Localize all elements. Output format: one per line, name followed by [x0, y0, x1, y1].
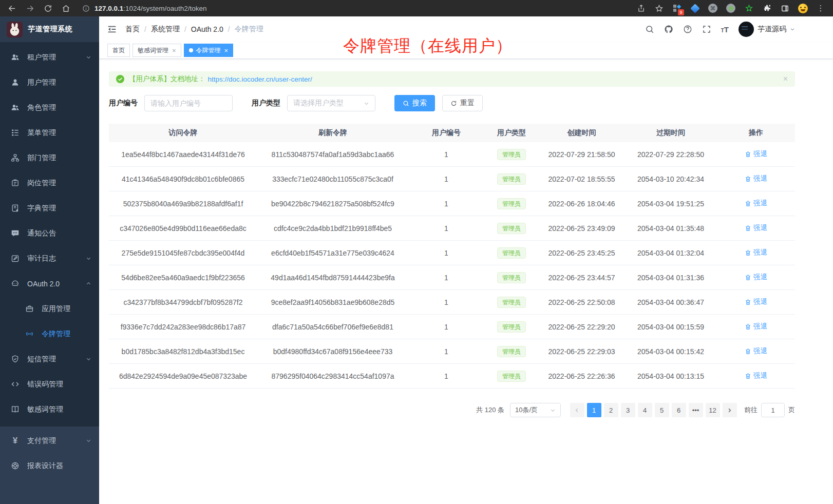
tab-首页[interactable]: 首页: [107, 44, 130, 57]
tab-敏感词管理[interactable]: 敏感词管理×: [132, 44, 181, 57]
alert-close-icon[interactable]: ×: [783, 75, 788, 83]
user-type-badge: 管理员: [497, 321, 526, 333]
force-logout-button[interactable]: 强退: [745, 199, 767, 208]
cell-create-time: 2022-07-29 21:58:50: [539, 150, 624, 159]
cell-create-time: 2022-06-25 23:45:25: [539, 249, 624, 257]
cell-refresh-token: cdfc4ce9c2da4bb1bdf21b9918ff4be5: [257, 224, 408, 232]
cell-user-type: 管理员: [484, 346, 539, 357]
font-size-icon[interactable]: TT: [721, 26, 729, 33]
fullscreen-icon[interactable]: [702, 25, 711, 34]
share-icon[interactable]: [636, 3, 646, 13]
force-logout-button[interactable]: 强退: [745, 149, 767, 159]
page-button[interactable]: 4: [638, 403, 652, 417]
cell-user-type: 管理员: [484, 247, 539, 259]
force-logout-button[interactable]: 强退: [745, 297, 767, 306]
browser-menu-icon[interactable]: ⋮: [816, 3, 826, 13]
page-button[interactable]: 6: [672, 403, 686, 417]
sidebar-item-label: 令牌管理: [42, 329, 70, 339]
chevron-down-icon: [364, 101, 369, 106]
force-logout-button[interactable]: 强退: [745, 322, 767, 331]
force-logout-label: 强退: [753, 223, 767, 232]
page-button[interactable]: 2: [604, 403, 618, 417]
buoy-icon: [11, 461, 20, 470]
sidebar-item-oauth2[interactable]: OAuth 2.0: [0, 271, 99, 296]
table-body: 1ea5e44f8bc1467aaede43144f31de76811c5304…: [109, 142, 795, 389]
sidebar-item-dict[interactable]: 字典管理: [0, 196, 99, 221]
extension-tabs-icon[interactable]: 9: [672, 3, 682, 13]
user-menu[interactable]: 芋道源码: [739, 22, 795, 37]
browser-forward-icon[interactable]: [23, 2, 36, 15]
sidebar-item-label: OAuth 2.0: [27, 280, 60, 288]
sidebar-item-oauth2-token[interactable]: 令牌管理: [0, 321, 99, 346]
breadcrumb-item[interactable]: OAuth 2.0: [191, 25, 223, 33]
sidebar-item-audit-log[interactable]: 审计日志: [0, 246, 99, 271]
breadcrumb-item[interactable]: 首页: [125, 25, 140, 34]
sidebar-item-notice[interactable]: 通知公告: [0, 221, 99, 246]
sidebar-item-user[interactable]: 用户管理: [0, 70, 99, 95]
extension-gem-icon[interactable]: [690, 3, 700, 13]
sidebar-item-sensitive-word[interactable]: 敏感词管理: [0, 397, 99, 422]
page-button[interactable]: 1: [587, 403, 601, 417]
profile-avatar[interactable]: [798, 3, 808, 13]
force-logout-button[interactable]: 强退: [745, 174, 767, 183]
reset-button[interactable]: 重置: [442, 95, 483, 111]
page-button[interactable]: 12: [706, 403, 720, 417]
force-logout-button[interactable]: 强退: [745, 371, 767, 380]
sidebar-item-tenant[interactable]: 租户管理: [0, 45, 99, 70]
browser-home-icon[interactable]: [59, 2, 72, 15]
close-icon[interactable]: ×: [172, 47, 176, 54]
breadcrumb-item[interactable]: 系统管理: [151, 25, 180, 34]
sidebar-menu: 租户管理用户管理角色管理菜单管理部门管理岗位管理字典管理通知公告审计日志OAut…: [0, 42, 99, 422]
close-icon[interactable]: ×: [224, 47, 229, 54]
side-panel-icon[interactable]: [780, 3, 790, 13]
extension-star-icon[interactable]: [744, 3, 754, 13]
site-info-icon[interactable]: [82, 5, 90, 12]
pager-ellipsis-button[interactable]: •••: [689, 403, 703, 417]
sidebar-item-report-designer[interactable]: 报表设计器: [0, 453, 99, 478]
sidebar-item-oauth2-app[interactable]: 应用管理: [0, 296, 99, 321]
force-logout-button[interactable]: 强退: [745, 346, 767, 356]
page-button[interactable]: 5: [655, 403, 669, 417]
tab-令牌管理[interactable]: 令牌管理×: [184, 44, 234, 57]
browser-reload-icon[interactable]: [41, 2, 54, 15]
force-logout-button[interactable]: 强退: [745, 223, 767, 232]
user-type-select[interactable]: 请选择用户类型: [287, 95, 375, 111]
address-bar[interactable]: 127.0.0.1:1024/system/oauth2/token: [82, 5, 636, 12]
app-logo[interactable]: 芋道管理系统: [0, 16, 99, 42]
user-id-input[interactable]: [144, 95, 233, 111]
alert-doc-link[interactable]: https://doc.iocoder.cn/user-center/: [208, 75, 312, 83]
force-logout-button[interactable]: 强退: [745, 273, 767, 282]
user-type-badge: 管理员: [497, 371, 526, 382]
sidebar-item-pay[interactable]: ¥支付管理: [0, 428, 99, 453]
browser-back-icon[interactable]: [5, 2, 18, 15]
sidebar-item-menu[interactable]: 菜单管理: [0, 120, 99, 145]
github-icon[interactable]: [664, 25, 673, 34]
help-icon[interactable]: [683, 25, 692, 34]
bookmark-star-icon[interactable]: [654, 3, 664, 13]
message-icon: [11, 229, 20, 238]
sidebar-item-role[interactable]: 角色管理: [0, 95, 99, 120]
user-type-badge: 管理员: [497, 247, 526, 259]
extension-recorder-icon[interactable]: [726, 3, 736, 13]
prev-page-button[interactable]: [570, 403, 584, 417]
next-page-button[interactable]: [723, 403, 737, 417]
extension-command-icon[interactable]: ⌘: [708, 3, 718, 13]
page-size-select[interactable]: 10条/页: [510, 403, 561, 417]
sidebar-item-sms[interactable]: 短信管理: [0, 346, 99, 372]
header-search-icon[interactable]: [645, 25, 654, 34]
sidebar-item-error-code[interactable]: 错误码管理: [0, 372, 99, 397]
cell-expire-time: 2054-03-04 00:13:15: [624, 372, 717, 380]
sidebar-toggle-icon[interactable]: [107, 24, 117, 34]
goto-page-input[interactable]: [761, 403, 785, 417]
page-button[interactable]: 3: [621, 403, 635, 417]
search-button[interactable]: 搜索: [394, 95, 435, 111]
breadcrumb-separator: /: [144, 25, 146, 33]
sidebar-item-dept[interactable]: 部门管理: [0, 145, 99, 170]
cell-create-time: 2022-06-25 23:49:09: [539, 224, 624, 232]
tab-label: 首页: [112, 46, 125, 55]
cell-refresh-token: b0df4980ffd34c67a08f9156e4eee733: [257, 347, 408, 356]
yen-icon: ¥: [11, 436, 20, 445]
extensions-puzzle-icon[interactable]: [762, 3, 772, 13]
sidebar-item-post[interactable]: 岗位管理: [0, 170, 99, 196]
force-logout-button[interactable]: 强退: [745, 248, 767, 257]
